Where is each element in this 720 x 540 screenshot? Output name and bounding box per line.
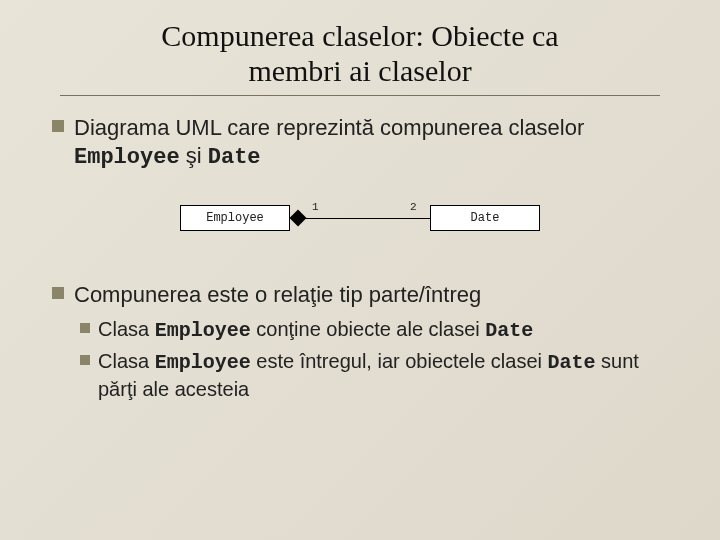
sub-bullet-1-text: Clasa Employee conţine obiecte ale clase…	[98, 316, 533, 344]
code-employee: Employee	[74, 145, 180, 170]
bullet-item-1: Diagrama UML care reprezintă compunerea …	[52, 114, 668, 173]
text-fragment: Diagrama UML care reprezintă compunerea …	[74, 115, 584, 140]
code-employee: Employee	[155, 351, 251, 374]
code-employee: Employee	[155, 319, 251, 342]
square-bullet-icon	[52, 287, 64, 299]
text-fragment: Clasa	[98, 350, 155, 372]
text-fragment: şi	[180, 143, 208, 168]
uml-class-employee: Employee	[180, 205, 290, 231]
text-fragment: Clasa	[98, 318, 155, 340]
multiplicity-left: 1	[312, 201, 319, 213]
multiplicity-right: 2	[410, 201, 417, 213]
bullet-item-2: Compunerea este o relaţie tip parte/într…	[52, 281, 668, 310]
uml-diagram-inner: Employee 1 2 Date	[180, 193, 540, 243]
title-line2: membri ai claselor	[248, 54, 471, 87]
bullet-1-text: Diagrama UML care reprezintă compunerea …	[74, 114, 668, 173]
uml-class-date: Date	[430, 205, 540, 231]
code-date: Date	[548, 351, 596, 374]
uml-association-line	[300, 218, 430, 219]
title-line1: Compunerea claselor: Obiecte ca	[161, 19, 558, 52]
code-date: Date	[208, 145, 261, 170]
text-fragment: este întregul, iar obiectele clasei	[251, 350, 548, 372]
sub-bullet-1: Clasa Employee conţine obiecte ale clase…	[80, 316, 668, 344]
sub-bullet-2-text: Clasa Employee este întregul, iar obiect…	[98, 348, 668, 402]
sub-bullets: Clasa Employee conţine obiecte ale clase…	[52, 316, 668, 402]
square-bullet-icon	[52, 120, 64, 132]
text-fragment: conţine obiecte ale clasei	[251, 318, 486, 340]
slide-title: Compunerea claselor: Obiecte ca membri a…	[0, 0, 720, 95]
title-underline	[60, 95, 660, 96]
bullet-2-text: Compunerea este o relaţie tip parte/într…	[74, 281, 481, 310]
square-bullet-icon	[80, 355, 90, 365]
slide-content: Diagrama UML care reprezintă compunerea …	[0, 114, 720, 402]
code-date: Date	[485, 319, 533, 342]
square-bullet-icon	[80, 323, 90, 333]
uml-diagram: Employee 1 2 Date	[52, 193, 668, 243]
sub-bullet-2: Clasa Employee este întregul, iar obiect…	[80, 348, 668, 402]
